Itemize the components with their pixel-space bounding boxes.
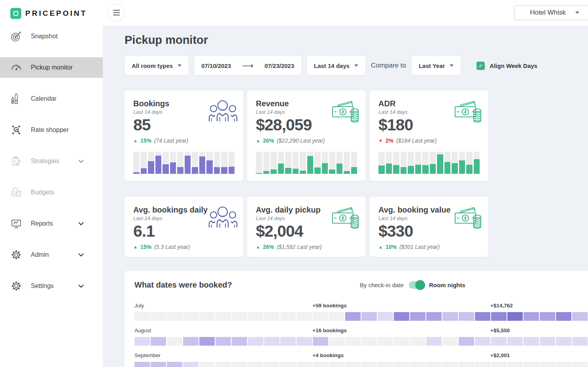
delta-compare: ($1,592 Last year) bbox=[277, 244, 322, 250]
delta-compare: (74 Last year) bbox=[154, 137, 188, 144]
sidebar-item-strategies[interactable]: Strategies bbox=[0, 151, 103, 171]
heat-cell bbox=[442, 362, 458, 367]
heat-cell bbox=[216, 337, 231, 346]
heat-cell bbox=[491, 362, 507, 367]
chevron-down-icon bbox=[78, 251, 84, 258]
kpi-card-avg-daily-pickup: Avg. daily pickup Last 14 days $2,004 ▲ … bbox=[247, 197, 366, 257]
mini-bar-chart bbox=[256, 152, 357, 174]
delta-triangle-icon: ▲ bbox=[133, 138, 138, 143]
heat-cell bbox=[183, 362, 199, 367]
month-bookings-count: +59 bookings bbox=[312, 303, 347, 309]
heat-cell bbox=[232, 362, 247, 367]
app-window: PRICEPOINT Snapshot Pickup monitor bbox=[0, 0, 588, 367]
align-week-days-control[interactable]: ✓ Align Week Days bbox=[476, 62, 537, 70]
heat-cell bbox=[345, 362, 361, 367]
page-title: Pickup monitor bbox=[125, 34, 588, 47]
heat-cell bbox=[572, 337, 588, 346]
kpi-card-revenue: Revenue Last 14 days $28,059 ▲ 26% ($22,… bbox=[247, 90, 366, 181]
room-types-dropdown[interactable]: All room types bbox=[125, 56, 189, 75]
heat-cell bbox=[313, 337, 328, 346]
sidebar-item-label: Settings bbox=[31, 282, 54, 290]
date-from-value: 07/10/2023 bbox=[201, 62, 231, 69]
month-amount: +$5,550 bbox=[490, 327, 510, 333]
mini-bar bbox=[229, 152, 235, 174]
kpi-card-adr: ADR Last 14 days $180 ▼ 2% ($184 Last ye… bbox=[370, 90, 488, 181]
mini-bar bbox=[155, 152, 162, 174]
heat-cell bbox=[394, 312, 409, 321]
mini-bar bbox=[163, 152, 169, 174]
chevron-down-icon bbox=[78, 220, 84, 227]
heat-cell bbox=[507, 337, 523, 346]
delta-percent: 15% bbox=[140, 137, 151, 144]
mini-bar bbox=[285, 152, 291, 174]
kpi-delta: ▲ 26% ($22,290 Last year) bbox=[256, 137, 357, 144]
sidebar-item-settings[interactable]: Settings bbox=[0, 276, 103, 296]
delta-percent: 15% bbox=[140, 244, 151, 250]
sidebar-item-label: Budgets bbox=[31, 189, 54, 196]
month-label: August bbox=[134, 327, 151, 333]
sidebar-item-reports[interactable]: Reports bbox=[0, 213, 103, 234]
sidebar-item-admin[interactable]: Admin bbox=[0, 245, 103, 265]
heat-cell bbox=[280, 362, 296, 367]
month-row-header: September +4 bookings +$2,001 bbox=[134, 352, 588, 359]
heat-cell bbox=[151, 362, 166, 367]
mini-bar bbox=[386, 152, 392, 174]
topbar: Hotel Whisk bbox=[103, 0, 588, 26]
heat-cell bbox=[345, 337, 361, 346]
delta-percent: 2% bbox=[386, 137, 393, 144]
heat-cell bbox=[329, 312, 344, 321]
booked-dates-header: What dates were booked? By check-in date… bbox=[134, 280, 588, 292]
sidebar-item-budgets[interactable]: Budgets bbox=[0, 182, 103, 203]
sidebar-item-calendar[interactable]: Calendar bbox=[0, 88, 103, 109]
people-icon bbox=[208, 98, 238, 124]
room-nights-label: Room nights bbox=[429, 282, 465, 288]
heat-cell bbox=[297, 312, 312, 321]
pricepoint-logo-icon bbox=[10, 8, 21, 19]
delta-compare: ($184 Last year) bbox=[396, 137, 437, 144]
heat-cell bbox=[232, 312, 247, 321]
compare-dropdown[interactable]: Last Year bbox=[412, 56, 461, 75]
heat-cell bbox=[556, 312, 571, 321]
date-range-picker[interactable]: 07/10/2023 ⟶ 07/23/2023 bbox=[194, 56, 301, 75]
brand-name: PRICEPOINT bbox=[25, 9, 87, 18]
mini-bar bbox=[199, 152, 206, 174]
month-amount: +$14,762 bbox=[490, 303, 513, 309]
heat-cell bbox=[167, 337, 182, 346]
mini-bar bbox=[322, 152, 328, 174]
money-icon bbox=[329, 98, 360, 126]
mini-bar bbox=[192, 152, 198, 174]
sidebar-item-rate-shopper[interactable]: Rate shopper bbox=[0, 120, 103, 140]
sidebar-item-snapshot[interactable]: Snapshot bbox=[0, 26, 103, 47]
kpi-row-1: Bookings Last 14 days 85 ▲ 15% (74 Last … bbox=[125, 90, 492, 181]
heat-cell bbox=[524, 362, 539, 367]
range-preset-value: Last 14 days bbox=[314, 62, 350, 69]
sidebar-item-label: Snapshot bbox=[31, 33, 58, 40]
chevron-down-icon bbox=[78, 158, 84, 165]
month-heatmap bbox=[134, 312, 588, 321]
mini-bar bbox=[378, 152, 385, 174]
heat-cell bbox=[199, 337, 215, 346]
booked-mode-toggle[interactable] bbox=[409, 281, 424, 289]
month-heatmap bbox=[134, 337, 588, 346]
heat-cell bbox=[540, 312, 555, 321]
month-row-header: August +16 bookings +$5,550 bbox=[134, 327, 588, 334]
sidebar-item-pickup-monitor[interactable]: Pickup monitor bbox=[0, 57, 103, 78]
hotel-selector-dropdown[interactable]: Hotel Whisk bbox=[514, 5, 588, 20]
rate-shopper-icon bbox=[9, 123, 23, 137]
mini-bar-chart bbox=[378, 152, 480, 174]
kpi-card-avg-booking-value: Avg. booking value Last 14 days $330 ▲ 1… bbox=[370, 197, 488, 257]
heat-cell bbox=[378, 312, 393, 321]
month-label: July bbox=[134, 303, 144, 309]
mini-bar bbox=[148, 152, 154, 174]
mini-bar bbox=[314, 152, 321, 174]
align-week-days-checkbox[interactable]: ✓ bbox=[476, 62, 485, 70]
gear-icon bbox=[9, 279, 23, 293]
mini-bar bbox=[263, 152, 270, 174]
hamburger-menu-button[interactable] bbox=[108, 4, 125, 21]
room-types-value: All room types bbox=[132, 62, 173, 69]
heat-cell bbox=[507, 362, 523, 367]
mini-bar bbox=[430, 152, 436, 174]
range-preset-dropdown[interactable]: Last 14 days bbox=[307, 56, 365, 75]
mini-bar bbox=[185, 152, 191, 174]
delta-percent: 26% bbox=[263, 137, 274, 144]
